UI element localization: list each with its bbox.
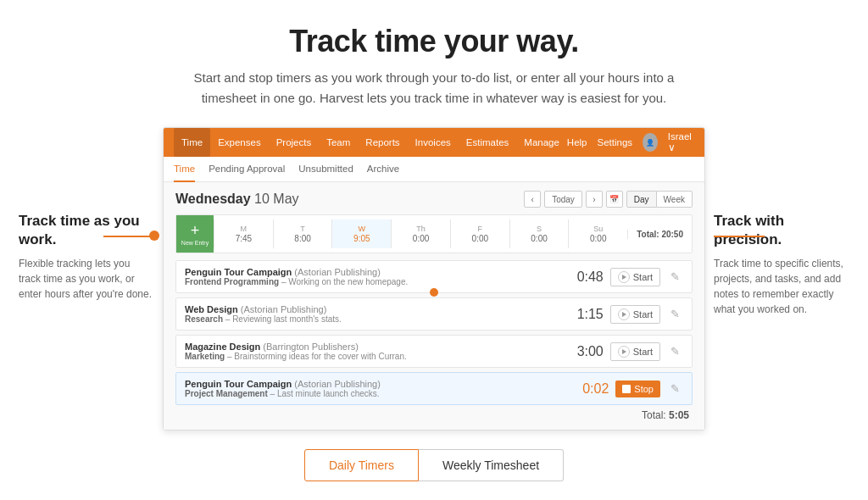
- nav-item-estimates[interactable]: Estimates: [459, 128, 517, 157]
- edit-button-4[interactable]: ✎: [667, 381, 683, 397]
- day-letter: S: [537, 225, 542, 233]
- subnav-unsubmitted[interactable]: Unsubmitted: [298, 157, 353, 182]
- day-letter: F: [478, 225, 483, 233]
- start-circle-icon: [618, 346, 630, 358]
- start-circle-icon: [618, 308, 630, 320]
- day-sunday[interactable]: Su 0:00: [568, 219, 627, 248]
- nav-item-time[interactable]: Time: [174, 128, 210, 157]
- right-panel: Track with precision. Track time to spec…: [714, 127, 849, 317]
- time-entry-1: Penguin Tour Campaign (Astorian Publishi…: [175, 260, 693, 293]
- entry-task-3: Marketing – Brainstorming ideas for the …: [185, 352, 563, 361]
- nav-user[interactable]: Israel ∨: [668, 131, 695, 153]
- day-view-button[interactable]: Day: [626, 191, 657, 208]
- next-date-button[interactable]: ›: [586, 191, 603, 208]
- stop-icon: [622, 385, 631, 393]
- entries-total: Total: 5:05: [175, 409, 693, 421]
- entry-info-2: Web Design (Astorian Publishing) Researc…: [185, 304, 563, 324]
- time-body: Wednesday 10 May ‹ Today › 📅 Day Week: [164, 182, 704, 430]
- day-tuesday[interactable]: T 8:00: [273, 219, 332, 248]
- nav-items: Time Expenses Projects Team Reports Invo…: [174, 128, 567, 157]
- view-toggle: Day Week: [626, 191, 693, 208]
- nav-item-invoices[interactable]: Invoices: [408, 128, 459, 157]
- day-hours: 7:45: [236, 234, 252, 243]
- hero-subtitle: Start and stop timers as you work throug…: [171, 68, 697, 108]
- days-row: + New Entry M 7:45 T 8:00 W: [175, 214, 693, 253]
- date-controls: ‹ Today › 📅 Day Week: [524, 191, 693, 208]
- play-icon: [622, 349, 626, 354]
- right-panel-text: Track time to specific clients, projects…: [714, 256, 849, 317]
- week-total: Total: 20:50: [627, 230, 692, 239]
- nav-help[interactable]: Help: [567, 137, 587, 147]
- entry-task-4: Project Management – Last minute launch …: [185, 389, 568, 398]
- time-entry-4: Penguin Tour Campaign (Astorian Publishi…: [175, 372, 693, 405]
- day-thursday[interactable]: Th 0:00: [391, 219, 450, 248]
- nav-item-expenses[interactable]: Expenses: [210, 128, 269, 157]
- day-hours: 0:00: [413, 234, 429, 243]
- left-panel-title: Track time as you work.: [19, 212, 154, 249]
- date-display: Wednesday 10 May: [175, 192, 299, 207]
- entry-project-3: Magazine Design (Barrington Publishers): [185, 342, 563, 352]
- new-entry-button[interactable]: + New Entry: [176, 215, 214, 253]
- nav-item-team[interactable]: Team: [319, 128, 358, 157]
- day-hours: 0:00: [531, 234, 547, 243]
- nav-avatar[interactable]: 👤: [643, 133, 658, 152]
- day-monday[interactable]: M 7:45: [214, 219, 273, 248]
- day-cells: M 7:45 T 8:00 W 9:05 Th: [214, 219, 627, 248]
- day-letter: T: [300, 225, 305, 233]
- entry-info-1: Penguin Tour Campaign (Astorian Publishi…: [185, 267, 563, 286]
- nav-item-manage[interactable]: Manage: [516, 128, 567, 157]
- entry-project-4: Penguin Tour Campaign (Astorian Publishi…: [185, 379, 568, 389]
- nav-item-projects[interactable]: Projects: [269, 128, 320, 157]
- start-button-3[interactable]: Start: [610, 342, 660, 361]
- today-button[interactable]: Today: [544, 191, 582, 208]
- nav-item-reports[interactable]: Reports: [358, 128, 407, 157]
- nav-settings[interactable]: Settings: [598, 137, 633, 147]
- day-hours: 9:05: [353, 234, 370, 243]
- hero-title: Track time your way.: [289, 24, 579, 59]
- daily-timers-tab[interactable]: Daily Timers: [304, 449, 419, 481]
- app-nav: Time Expenses Projects Team Reports Invo…: [164, 128, 704, 157]
- entry-info-3: Magazine Design (Barrington Publishers) …: [185, 342, 563, 361]
- day-hours: 0:00: [472, 234, 488, 243]
- start-circle-icon: [618, 271, 630, 283]
- day-letter: W: [359, 225, 366, 233]
- subnav-time[interactable]: Time: [174, 157, 195, 182]
- new-entry-label: New Entry: [181, 240, 209, 246]
- time-entry-2: Web Design (Astorian Publishing) Researc…: [175, 297, 693, 331]
- weekly-timesheet-tab[interactable]: Weekly Timesheet: [419, 449, 564, 481]
- day-friday[interactable]: F 0:00: [450, 219, 509, 248]
- entry-task-2: Research – Reviewing last month's stats.: [185, 314, 563, 324]
- day-hours: 8:00: [294, 234, 310, 243]
- subnav-archive[interactable]: Archive: [367, 157, 399, 182]
- day-hours: 0:00: [590, 234, 606, 243]
- entry-dot-indicator: [430, 288, 438, 297]
- date-nav: Wednesday 10 May ‹ Today › 📅 Day Week: [175, 191, 693, 208]
- bottom-buttons: Daily Timers Weekly Timesheet: [304, 449, 564, 481]
- week-view-button[interactable]: Week: [657, 191, 693, 208]
- day-letter: M: [241, 225, 248, 233]
- edit-button-2[interactable]: ✎: [667, 306, 683, 322]
- edit-button-3[interactable]: ✎: [667, 343, 683, 359]
- stop-button[interactable]: Stop: [615, 381, 660, 397]
- play-icon: [622, 275, 626, 280]
- entry-task-1: Frontend Programming – Working on the ne…: [185, 277, 563, 286]
- subnav-pending[interactable]: Pending Approval: [209, 157, 285, 182]
- time-entry-3: Magazine Design (Barrington Publishers) …: [175, 335, 693, 368]
- day-letter: Th: [416, 225, 426, 233]
- start-button-1[interactable]: Start: [610, 268, 660, 286]
- calendar-button[interactable]: 📅: [606, 191, 623, 208]
- day-saturday[interactable]: S 0:00: [509, 219, 569, 248]
- right-panel-title: Track with precision.: [714, 212, 849, 249]
- day-wednesday[interactable]: W 9:05: [331, 219, 391, 248]
- entry-project-2: Web Design (Astorian Publishing): [185, 304, 563, 314]
- start-button-2[interactable]: Start: [610, 305, 660, 324]
- main-content: Track time as you work. Flexible trackin…: [19, 127, 849, 431]
- day-letter: Su: [593, 225, 603, 233]
- app-subnav: Time Pending Approval Unsubmitted Archiv…: [164, 157, 704, 182]
- entry-time-2: 1:15: [570, 307, 604, 322]
- edit-button-1[interactable]: ✎: [667, 269, 683, 285]
- left-dot-indicator: [149, 231, 159, 241]
- entry-project-1: Penguin Tour Campaign (Astorian Publishi…: [185, 267, 563, 277]
- prev-date-button[interactable]: ‹: [524, 191, 541, 208]
- play-icon: [622, 312, 626, 317]
